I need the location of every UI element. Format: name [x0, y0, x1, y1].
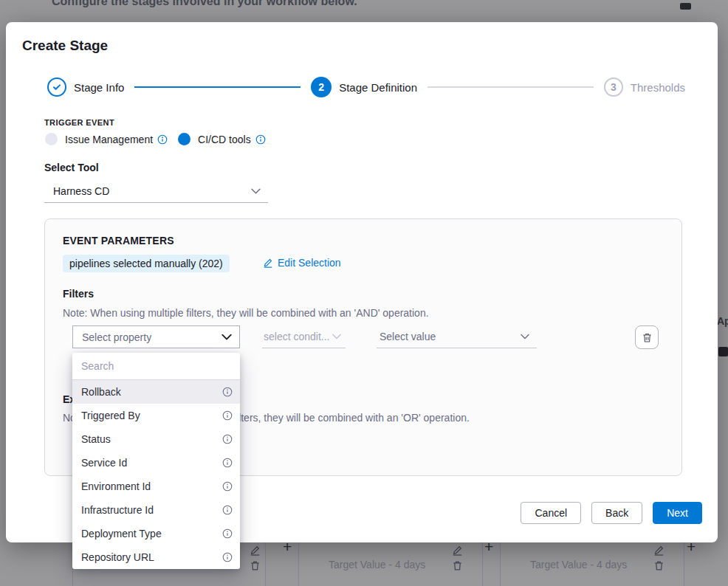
dropdown-option-label: Triggered By: [81, 410, 140, 421]
trash-icon: [642, 332, 653, 343]
wizard-stepper: Stage Info 2 Stage Definition 3 Threshol…: [47, 77, 685, 97]
info-icon[interactable]: [222, 505, 233, 515]
select-tool-label: Select Tool: [44, 162, 99, 173]
stepper-connector: [134, 86, 301, 88]
filters-title: Filters: [63, 288, 94, 300]
filters-note: Note: When using multiple filters, they …: [63, 307, 429, 319]
dropdown-option-deployment-type[interactable]: Deployment Type: [72, 522, 240, 545]
info-icon[interactable]: [222, 552, 233, 562]
dropdown-option-label: Status: [81, 433, 111, 445]
dropdown-option-label: Infrastructure Id: [81, 504, 154, 516]
chevron-down-icon: [222, 334, 232, 340]
step-label: Thresholds: [631, 81, 685, 94]
back-button[interactable]: Back: [591, 502, 642, 524]
info-icon[interactable]: [222, 387, 233, 397]
tool-select-value: Harness CD: [53, 185, 109, 197]
filter-condition-placeholder: select condit...: [264, 331, 330, 342]
trigger-event-options: Issue Management CI/CD tools: [45, 133, 276, 145]
dropdown-option-infrastructure-id[interactable]: Infrastructure Id: [72, 498, 240, 522]
property-dropdown-menu: Rollback Triggered By Status Service Id …: [72, 353, 240, 569]
edit-selection-link[interactable]: Edit Selection: [263, 257, 341, 269]
filter-condition-select[interactable]: select condit...: [262, 325, 346, 348]
dialog-footer: Cancel Back Next: [521, 502, 702, 524]
dropdown-option-status[interactable]: Status: [72, 427, 240, 451]
radio-label: CI/CD tools: [198, 134, 251, 145]
dropdown-option-repository-url[interactable]: Repository URL: [72, 545, 240, 569]
filter-property-select[interactable]: Select property: [72, 325, 240, 348]
chevron-down-icon: [521, 334, 529, 339]
dropdown-option-label: Deployment Type: [81, 528, 162, 540]
pencil-icon: [263, 258, 273, 268]
dialog-title: Create Stage: [22, 38, 108, 54]
dropdown-search-input[interactable]: [72, 353, 240, 380]
radio-issue-management[interactable]: [45, 133, 58, 145]
trigger-event-label: TRIGGER EVENT: [44, 118, 114, 127]
info-icon[interactable]: [255, 134, 266, 145]
info-icon[interactable]: [222, 410, 233, 421]
filter-row: Select property select condit... Select …: [45, 325, 681, 349]
pipelines-selection-text: pipelines selected manually (202): [63, 255, 230, 272]
info-icon[interactable]: [157, 134, 168, 145]
chevron-down-icon: [251, 188, 261, 194]
dropdown-option-label: Service Id: [81, 457, 127, 469]
info-icon[interactable]: [222, 528, 233, 539]
dropdown-option-rollback[interactable]: Rollback: [72, 380, 240, 404]
next-button[interactable]: Next: [653, 502, 702, 524]
step-number: 3: [604, 77, 623, 97]
info-icon[interactable]: [222, 434, 233, 444]
stepper-connector: [427, 86, 594, 88]
info-icon[interactable]: [222, 481, 233, 492]
step-stage-info[interactable]: Stage Info: [47, 77, 124, 97]
radio-cicd-tools[interactable]: [178, 133, 190, 145]
step-complete-icon: [47, 77, 66, 97]
step-label: Stage Definition: [339, 81, 417, 94]
panel-title: EVENT PARAMETERS: [63, 235, 174, 247]
filter-property-placeholder: Select property: [82, 331, 151, 343]
dropdown-option-label: Repository URL: [81, 551, 154, 563]
dropdown-option-triggered-by[interactable]: Triggered By: [72, 404, 240, 427]
create-stage-dialog: Create Stage Stage Info 2 Stage Definiti…: [6, 22, 718, 542]
step-number: 2: [311, 77, 332, 97]
delete-filter-button[interactable]: [635, 325, 659, 349]
tool-select[interactable]: Harness CD: [44, 180, 268, 203]
info-icon[interactable]: [222, 458, 233, 468]
step-stage-definition[interactable]: 2 Stage Definition: [311, 77, 417, 97]
radio-label: Issue Management: [65, 134, 153, 145]
filter-value-placeholder: Select value: [380, 331, 436, 342]
chevron-down-icon: [332, 334, 341, 339]
cancel-button[interactable]: Cancel: [521, 502, 581, 524]
dropdown-option-service-id[interactable]: Service Id: [72, 451, 240, 475]
dropdown-option-label: Rollback: [81, 386, 121, 398]
filter-value-select[interactable]: Select value: [377, 325, 537, 348]
step-label: Stage Info: [74, 81, 124, 94]
edit-selection-label: Edit Selection: [278, 257, 341, 269]
event-parameters-panel: EVENT PARAMETERS pipelines selected manu…: [44, 218, 682, 476]
step-thresholds[interactable]: 3 Thresholds: [604, 77, 685, 97]
dropdown-option-label: Environment Id: [81, 480, 151, 492]
dropdown-option-environment-id[interactable]: Environment Id: [72, 475, 240, 498]
